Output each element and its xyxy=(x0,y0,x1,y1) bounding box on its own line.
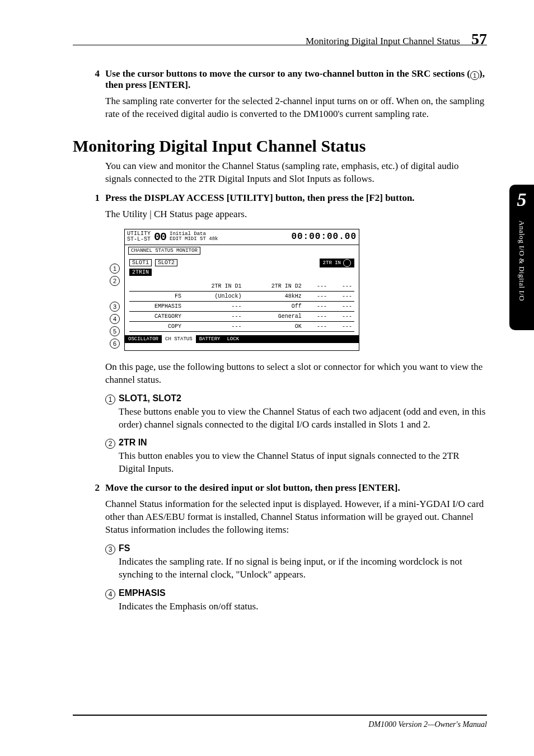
cell: --- xyxy=(304,321,329,331)
lcd-titlebar: UTILITY ST-L-ST 00 Initial Data EDIT MID… xyxy=(125,229,359,245)
status-table: 2TR IN D1 2TR IN D2 --- --- FS (Unlock) … xyxy=(129,281,354,332)
callout-1: 1 xyxy=(110,264,120,274)
callout-6: 6 xyxy=(110,339,120,349)
row-copy: COPY --- OK --- --- xyxy=(129,321,354,331)
step-2: 2 Move the cursor to the desired input o… xyxy=(73,482,487,537)
utility-screenshot: 1 2 3 4 5 6 UTILITY ST-L-ST 00 Initial D… xyxy=(105,229,487,351)
slot1-button[interactable]: SLOT1 xyxy=(129,259,152,266)
step-4-body: The sampling rate converter for the sele… xyxy=(105,95,487,121)
callout-2: 2 xyxy=(110,276,120,286)
item-emphasis-body: Indicates the Emphasis on/off status. xyxy=(119,600,487,613)
col-3: --- xyxy=(304,281,329,292)
cell: --- xyxy=(329,301,354,311)
section-heading: Monitoring Digital Input Channel Status xyxy=(73,137,487,156)
cell: OK xyxy=(243,321,303,331)
chapter-number: 5 xyxy=(517,189,527,210)
step-2-body: Channel Status information for the selec… xyxy=(105,498,487,537)
cell: --- xyxy=(304,311,329,321)
col-4: --- xyxy=(329,281,354,292)
footer-rule xyxy=(73,715,487,716)
step-number: 1 xyxy=(73,192,105,221)
connector-label: 2TR IN xyxy=(323,260,341,266)
section-intro: You can view and monitor the Channel Sta… xyxy=(105,160,487,186)
header-rule xyxy=(73,45,487,45)
item-circle-4: 4 xyxy=(105,589,115,599)
item-slot-title: SLOT1, SLOT2 xyxy=(119,393,181,403)
callout-5: 5 xyxy=(110,326,120,336)
cell: --- xyxy=(184,321,243,331)
item-slot: 1 SLOT1, SLOT2 xyxy=(105,393,487,403)
cell: --- xyxy=(329,321,354,331)
callout-4: 4 xyxy=(110,314,120,324)
lcd-screen: UTILITY ST-L-ST 00 Initial Data EDIT MID… xyxy=(124,229,359,351)
footer-text: DM1000 Version 2—Owner's Manual xyxy=(368,720,487,729)
lcd-tabs: OSCILLATOR CH STATUS BATTERY LOCK xyxy=(125,335,359,343)
step-4-title-a: Use the cursor buttons to move the curso… xyxy=(105,68,470,79)
step-4: 4 Use the cursor buttons to move the cur… xyxy=(73,68,487,121)
item-2trin: 2 2TR IN xyxy=(105,438,487,448)
item-fs-title: FS xyxy=(119,543,130,553)
after-figure-text: On this page, use the following buttons … xyxy=(105,361,487,387)
chapter-label: Analog I/O & Digital I/O xyxy=(517,220,526,301)
cell: 48kHz xyxy=(243,291,303,301)
lcd-util-2: ST-L-ST xyxy=(127,237,151,242)
item-2trin-title: 2TR IN xyxy=(119,438,147,448)
2trin-button[interactable]: 2TRIN xyxy=(129,269,152,276)
lcd-indicators: EDIT MIDI ST 48k xyxy=(170,237,218,242)
figure-callouts: 1 2 3 4 5 6 xyxy=(105,229,120,351)
tab-battery[interactable]: BATTERY xyxy=(196,335,224,343)
cell: --- xyxy=(184,301,243,311)
cell: --- xyxy=(329,311,354,321)
item-circle-2: 2 xyxy=(105,439,115,449)
item-circle-1: 1 xyxy=(105,395,115,405)
row-category: CATEGORY --- General --- --- xyxy=(129,311,354,321)
item-slot-body: These buttons enable you to view the Cha… xyxy=(119,406,487,431)
col-2tr-d2: 2TR IN D2 xyxy=(243,281,303,292)
row-copy-header: COPY xyxy=(129,321,184,331)
lcd-scene-num: 00 xyxy=(154,231,166,243)
tab-oscillator[interactable]: OSCILLATOR xyxy=(125,335,162,343)
chapter-tab: 5 Analog I/O & Digital I/O xyxy=(509,185,534,330)
item-fs-body: Indicates the sampling rate. If no signa… xyxy=(119,556,487,581)
item-fs: 3 FS xyxy=(105,543,487,553)
row-category-header: CATEGORY xyxy=(129,311,184,321)
step-1-body: The Utility | CH Status page appears. xyxy=(105,208,487,221)
slot2-button[interactable]: SLOT2 xyxy=(155,259,177,266)
step-2-title: Move the cursor to the desired input or … xyxy=(105,482,487,494)
cell: --- xyxy=(304,301,329,311)
running-header: Monitoring Digital Input Channel Status … xyxy=(73,30,487,48)
item-2trin-body: This button enables you to view the Chan… xyxy=(119,450,487,476)
step-number: 4 xyxy=(73,68,105,121)
item-circle-3: 3 xyxy=(105,544,115,555)
row-fs-header: FS xyxy=(129,291,184,301)
row-emphasis-header: EMPHASIS xyxy=(129,301,184,311)
cell: --- xyxy=(184,311,243,321)
tab-ch-status[interactable]: CH STATUS xyxy=(162,335,196,343)
callout-3: 3 xyxy=(110,302,120,312)
step-1: 1 Press the DISPLAY ACCESS [UTILITY] but… xyxy=(73,192,487,221)
lcd-page-title: CHANNEL STATUS MONITOR xyxy=(128,247,200,255)
lcd-timecode: 00:00:00.00 xyxy=(291,232,357,242)
cell: Off xyxy=(243,301,303,311)
item-emphasis-title: EMPHASIS xyxy=(119,588,166,598)
cell: (Unlock) xyxy=(184,291,243,301)
row-emphasis: EMPHASIS --- Off --- --- xyxy=(129,301,354,311)
row-fs: FS (Unlock) 48kHz --- --- xyxy=(129,291,354,301)
item-emphasis: 4 EMPHASIS xyxy=(105,588,487,598)
step-number: 2 xyxy=(73,482,105,537)
step-1-title: Press the DISPLAY ACCESS [UTILITY] butto… xyxy=(105,192,487,204)
cell: --- xyxy=(329,291,354,301)
cell: --- xyxy=(304,291,329,301)
cell: General xyxy=(243,311,303,321)
connector-badge: 2TR IN xyxy=(320,259,354,267)
col-2tr-d1: 2TR IN D1 xyxy=(184,281,243,292)
connector-icon xyxy=(343,259,351,267)
step-4-circle: 1 xyxy=(470,71,479,80)
tab-lock[interactable]: LOCK xyxy=(223,335,242,343)
